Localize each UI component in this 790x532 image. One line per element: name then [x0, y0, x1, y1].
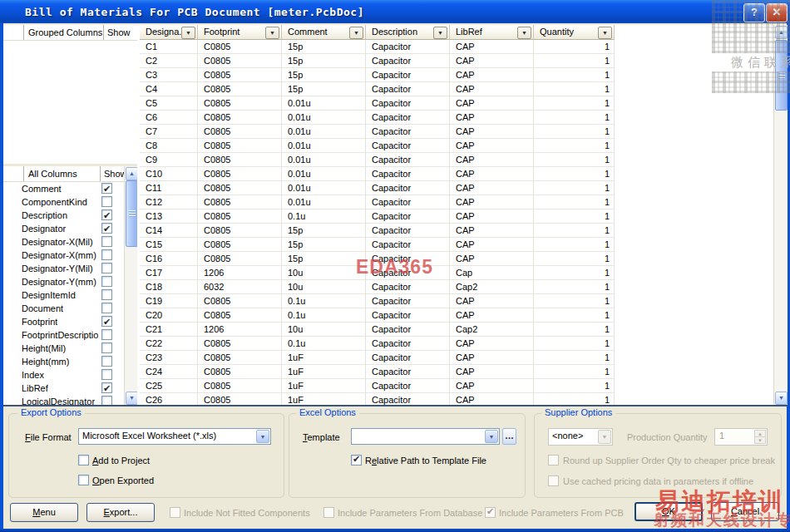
show-checkbox[interactable]	[101, 329, 112, 340]
column-list-item[interactable]: Comment	[3, 182, 137, 195]
ok-button[interactable]: OK	[634, 502, 703, 521]
column-list-item[interactable]: Footprint	[3, 315, 137, 328]
show-checkbox[interactable]	[101, 223, 112, 234]
table-row[interactable]: C15C080515pCapacitorCAP1	[140, 238, 773, 252]
show-checkbox[interactable]	[101, 382, 112, 393]
table-scrollbar[interactable]: ▲ ▼	[773, 25, 788, 406]
open-exported-checkbox[interactable]	[78, 475, 89, 485]
open-exported-label[interactable]: Open Exported	[92, 475, 154, 485]
scrollbar-thumb[interactable]	[126, 180, 138, 247]
relative-path-label[interactable]: Relative Path to Template File	[365, 456, 486, 466]
table-row[interactable]: C6C08050.01uCapacitorCAP1	[140, 111, 773, 125]
column-list-item[interactable]: Designator	[3, 222, 137, 235]
template-browse-button[interactable]: …	[502, 428, 516, 445]
scroll-up-icon[interactable]: ▲	[126, 167, 138, 180]
show-checkbox[interactable]	[101, 316, 112, 327]
column-list-item[interactable]: LibRef	[3, 382, 137, 395]
add-to-project-checkbox[interactable]	[78, 455, 89, 466]
add-to-project-label[interactable]: Add to Project	[92, 456, 150, 466]
column-header-description[interactable]: Description▼	[366, 25, 450, 40]
chevron-down-icon[interactable]: ▼	[485, 430, 498, 443]
table-row[interactable]: C8C08050.01uCapacitorCAP1	[140, 139, 773, 153]
column-header-libref[interactable]: LibRef▼	[450, 25, 534, 40]
show-checkbox[interactable]	[101, 209, 112, 220]
table-row[interactable]: C7C08050.01uCapacitorCAP1	[140, 125, 773, 139]
template-combo[interactable]: ▼	[351, 428, 500, 445]
title-bar[interactable]: Bill of Materials For PCB Document [mete…	[0, 0, 790, 23]
all-columns-scrollbar[interactable]: ▲ ▼	[124, 166, 138, 406]
scroll-down-icon[interactable]: ▼	[775, 392, 788, 405]
column-filter-button[interactable]: ▼	[181, 27, 195, 39]
column-list-item[interactable]: Height(Mil)	[3, 342, 137, 355]
show-checkbox[interactable]	[101, 356, 112, 367]
table-row[interactable]: C20C08050.1uCapacitorCAP1	[140, 308, 773, 323]
table-row[interactable]: C1C080515pCapacitorCAP1	[140, 40, 773, 54]
show-checkbox[interactable]	[101, 289, 112, 300]
table-row[interactable]: C5C08050.01uCapacitorCAP1	[140, 96, 773, 111]
file-format-combo[interactable]: Microsoft Excel Worksheet (*.xls) ▼	[78, 428, 271, 445]
table-row[interactable]: C18603210uCapacitorCap21	[140, 280, 773, 294]
supplier-combo[interactable]: <none> ▼	[548, 428, 613, 446]
show-checkbox[interactable]	[101, 342, 112, 353]
column-list-item[interactable]: Height(mm)	[3, 355, 137, 368]
scroll-up-icon[interactable]: ▲	[775, 26, 788, 39]
column-list-item[interactable]: Designator-Y(mm)	[3, 275, 137, 288]
column-list-item[interactable]: Designator-X(Mil)	[3, 235, 137, 249]
table-row[interactable]: C4C080515pCapacitorCAP1	[140, 82, 773, 96]
table-cell: 0.01u	[282, 111, 366, 125]
table-row[interactable]: C16C080515pCapacitorCAP1	[140, 252, 773, 266]
column-list-item[interactable]: FootprintDescriptio	[3, 328, 137, 342]
column-list-item[interactable]: Document	[3, 302, 137, 315]
show-checkbox[interactable]	[101, 369, 112, 380]
table-row[interactable]: C25C08051uFCapacitorCAP1	[140, 379, 773, 393]
column-list-item[interactable]: DesignItemId	[3, 288, 137, 302]
table-row[interactable]: C2C080515pCapacitorCAP1	[140, 54, 773, 68]
scroll-down-icon[interactable]: ▼	[126, 392, 138, 405]
table-row[interactable]: C22C08050.1uCapacitorCAP1	[140, 337, 773, 351]
column-filter-button[interactable]: ▼	[517, 27, 531, 39]
table-row[interactable]: C19C08050.1uCapacitorCAP1	[140, 294, 773, 308]
export-button[interactable]: Export...	[86, 503, 155, 522]
table-row[interactable]: C26C08051uFCapacitorCAP1	[140, 393, 773, 406]
show-checkbox[interactable]	[101, 249, 112, 260]
chevron-down-icon[interactable]: ▼	[256, 430, 269, 443]
column-list-item[interactable]: Index	[3, 368, 137, 382]
scrollbar-thumb[interactable]	[775, 40, 788, 111]
column-list-item[interactable]: Designator-Y(Mil)	[3, 262, 137, 275]
relative-path-checkbox[interactable]	[351, 455, 362, 466]
cancel-button[interactable]: Cancel	[711, 502, 779, 521]
table-row[interactable]: C12C08050.01uCapacitorCAP1	[140, 195, 773, 209]
close-button[interactable]: ✕	[766, 3, 788, 22]
supplier-options-title: Supplier Options	[541, 407, 615, 417]
show-checkbox[interactable]	[101, 263, 112, 273]
show-checkbox[interactable]	[101, 183, 112, 194]
table-row[interactable]: C10C08050.01uCapacitorCAP1	[140, 167, 773, 181]
column-filter-button[interactable]: ▼	[598, 27, 612, 39]
help-button[interactable]: ?	[743, 3, 765, 22]
column-filter-button[interactable]: ▼	[349, 27, 363, 39]
column-list-item[interactable]: ComponentKind	[3, 195, 137, 209]
menu-button[interactable]: Menu	[10, 503, 78, 522]
table-row[interactable]: C21120610uCapacitorCap21	[140, 323, 773, 337]
show-checkbox[interactable]	[101, 196, 112, 207]
table-row[interactable]: C3C080515pCapacitorCAP1	[140, 68, 773, 82]
table-row[interactable]: C24C08051uFCapacitorCAP1	[140, 365, 773, 379]
column-header-quantity[interactable]: Quantity▼	[534, 25, 615, 40]
show-checkbox[interactable]	[101, 276, 112, 287]
table-cell: CAP	[450, 351, 534, 365]
column-header-footprint[interactable]: Footprint▼	[198, 25, 282, 40]
column-header-designa[interactable]: Designa...▼	[140, 25, 198, 40]
table-row[interactable]: C9C08050.01uCapacitorCAP1	[140, 153, 773, 167]
show-checkbox[interactable]	[101, 303, 112, 313]
table-row[interactable]: C17120610uCapacitorCap1	[140, 266, 773, 280]
show-checkbox[interactable]	[101, 236, 112, 247]
column-header-comment[interactable]: Comment▼	[282, 25, 366, 40]
table-row[interactable]: C23C08051uFCapacitorCAP1	[140, 351, 773, 365]
column-list-item[interactable]: Designator-X(mm)	[3, 249, 137, 262]
column-filter-button[interactable]: ▼	[433, 27, 447, 39]
table-row[interactable]: C14C080515pCapacitorCAP1	[140, 224, 773, 238]
table-row[interactable]: C11C08050.01uCapacitorCAP1	[140, 181, 773, 195]
table-row[interactable]: C13C08050.1uCapacitorCAP1	[140, 209, 773, 224]
column-list-item[interactable]: Description	[3, 209, 137, 222]
column-filter-button[interactable]: ▼	[265, 27, 279, 39]
